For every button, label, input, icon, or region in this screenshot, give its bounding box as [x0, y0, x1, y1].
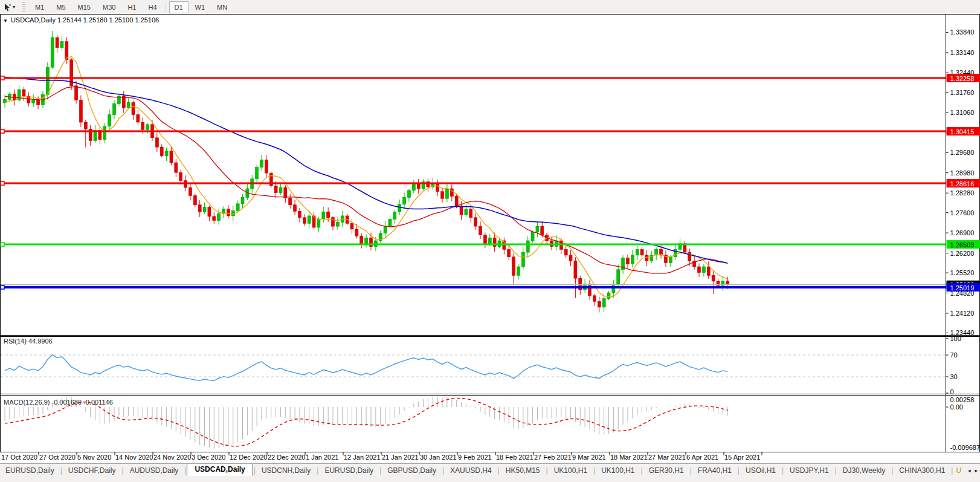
tab-separator: | [60, 466, 62, 475]
tab-separator: | [122, 466, 124, 475]
chart-tabs: EURUSD,Daily|USDCHF,Daily|AUDUSD,Daily|U… [0, 464, 965, 477]
date-axis[interactable]: 17 Oct 202027 Oct 20205 Nov 202014 Nov 2… [1, 452, 762, 461]
tab-separator: | [442, 466, 444, 475]
svg-text:1.31760: 1.31760 [950, 89, 975, 96]
date-label: 17 Oct 2020 [1, 454, 37, 461]
svg-text:70: 70 [950, 351, 958, 359]
svg-text:1.27600: 1.27600 [950, 209, 975, 217]
tab-separator: | [835, 466, 837, 475]
svg-text:1.33840: 1.33840 [950, 28, 975, 36]
date-label: 18 Mar 2021 [610, 454, 648, 461]
chart-tab-usdcnh-daily[interactable]: USDCNH,Daily [256, 465, 316, 476]
svg-text:0.00258: 0.00258 [950, 396, 975, 403]
chart-tab-gbpusd-daily[interactable]: GBPUSD,Daily [382, 465, 442, 476]
date-label: 22 Dec 2020 [268, 454, 305, 461]
date-label: 15 Apr 2021 [724, 454, 760, 461]
tab-separator: | [641, 466, 643, 475]
tab-separator: | [690, 466, 692, 475]
svg-text:-0.009687: -0.009687 [950, 444, 980, 451]
tab-separator: | [317, 466, 318, 475]
chart-tab-dj30-weekly[interactable]: DJ30,Weekly [837, 465, 891, 476]
svg-text:1.30415: 1.30415 [950, 128, 975, 135]
tab-separator: | [498, 466, 500, 475]
date-label: 6 Apr 2021 [686, 454, 718, 461]
tab-separator: | [254, 466, 256, 475]
tab-separator: | [546, 466, 548, 475]
date-label: 1 Jan 2021 [306, 454, 338, 461]
date-label: 14 Nov 2020 [115, 454, 153, 461]
chart-tab-usdchf-daily[interactable]: USDCHF,Daily [63, 465, 121, 476]
tab-separator: | [379, 466, 381, 475]
tab-separator: | [593, 466, 595, 475]
date-label: 21 Jan 2021 [382, 454, 419, 461]
chart-tab-overflow[interactable]: U [953, 465, 964, 476]
date-label: 27 Oct 2020 [39, 454, 76, 461]
tab-separator: | [738, 466, 740, 475]
chart-tab-uk100-h1[interactable]: UK100,H1 [596, 465, 640, 476]
date-label: 27 Mar 2021 [648, 454, 686, 461]
chart-tab-hk50-m15[interactable]: HK50,M15 [500, 465, 546, 476]
svg-text:1.28980: 1.28980 [950, 169, 975, 177]
svg-text:30: 30 [950, 373, 958, 380]
collapse-triangle-icon[interactable]: ▼ [3, 18, 8, 24]
chart-tab-xauusd-h4[interactable]: XAUUSD,H4 [445, 465, 497, 476]
tab-scroll-arrows: ◂ ▸ [965, 464, 980, 477]
status-strip [0, 476, 980, 482]
svg-text:1.25520: 1.25520 [950, 269, 975, 276]
rsi-indicator-label: RSI(14) 44.9906 [4, 337, 53, 345]
date-label: 3 Dec 2020 [192, 454, 225, 461]
date-label: 18 Feb 2021 [496, 454, 534, 461]
svg-text:1.31060: 1.31060 [950, 109, 975, 116]
svg-text:1.28616: 1.28616 [950, 180, 975, 187]
chart-canvas[interactable]: 1.338401.331401.324401.317601.310601.303… [0, 0, 980, 463]
svg-text:1.28280: 1.28280 [950, 189, 975, 197]
chart-title-text: USDCAD,Daily 1.25144 1.25180 1.25100 1.2… [11, 16, 159, 24]
chart-tab-ger30-h1[interactable]: GER30,H1 [643, 465, 689, 476]
svg-text:1.26900: 1.26900 [950, 229, 975, 236]
chart-title: ▼USDCAD,Daily 1.25144 1.25180 1.25100 1.… [3, 16, 159, 24]
chart-tab-fra40-h1[interactable]: FRA40,H1 [692, 465, 737, 476]
tab-separator: | [891, 466, 893, 475]
date-label: 12 Jan 2021 [344, 454, 381, 461]
date-label: 27 Feb 2021 [534, 454, 572, 461]
svg-text:1.33140: 1.33140 [950, 49, 975, 56]
date-label: 24 Nov 2020 [153, 454, 191, 461]
tabs-scroll-left-icon[interactable]: ◂ [968, 467, 971, 474]
chart-tab-uk100-h1[interactable]: UK100,H1 [549, 465, 593, 476]
svg-text:0: 0 [950, 388, 954, 396]
svg-text:0.00: 0.00 [950, 403, 963, 411]
svg-text:100: 100 [950, 335, 961, 342]
chart-tab-eurusd-daily[interactable]: EURUSD,Daily [0, 465, 60, 476]
svg-text:1.26503: 1.26503 [950, 241, 975, 249]
date-label: 9 Mar 2021 [572, 454, 606, 461]
tab-separator: | [782, 466, 784, 475]
chart-tab-usdcad-daily[interactable]: USDCAD,Daily [187, 464, 253, 477]
chart-tab-usoil-h1[interactable]: USOil,H1 [740, 465, 781, 476]
tabs-scroll-right-icon[interactable]: ▸ [975, 467, 978, 474]
macd-indicator-label: MACD(12,26,9) -0.001689 -0.001146 [4, 399, 113, 406]
chart-tab-usdjpy-h1[interactable]: USDJPY,H1 [784, 465, 834, 476]
date-label: 5 Nov 2020 [77, 454, 111, 461]
date-label: 9 Feb 2021 [458, 454, 492, 461]
date-label: 30 Jan 2021 [420, 454, 457, 461]
chart-tabs-bar: EURUSD,Daily|USDCHF,Daily|AUDUSD,Daily|U… [0, 463, 980, 477]
tab-separator: | [184, 466, 186, 475]
chart-tab-china300-h1[interactable]: CHINA300,H1 [894, 465, 950, 476]
chart-tab-audusd-daily[interactable]: AUDUSD,Daily [124, 465, 184, 476]
svg-text:1.26200: 1.26200 [950, 250, 975, 257]
svg-text:1.29680: 1.29680 [950, 149, 975, 156]
svg-text:1.32258: 1.32258 [950, 75, 975, 82]
date-label: 12 Dec 2020 [230, 454, 267, 461]
svg-text:1.25019: 1.25019 [950, 284, 975, 291]
chart-tab-eurusd-daily[interactable]: EURUSD,Daily [319, 465, 379, 476]
svg-text:1.24120: 1.24120 [950, 310, 975, 317]
